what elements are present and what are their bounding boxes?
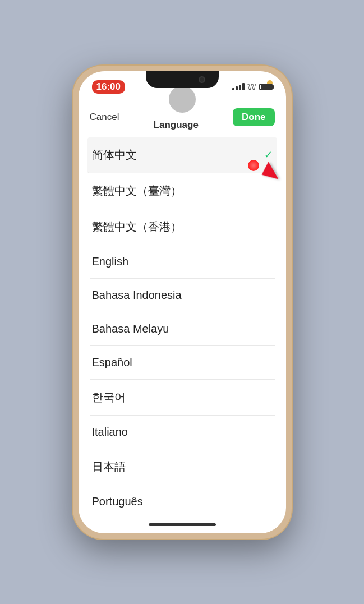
camera bbox=[199, 76, 205, 83]
wifi-icon: 𝕎 bbox=[247, 82, 256, 91]
language-label: Português bbox=[92, 495, 143, 508]
home-bar bbox=[149, 523, 216, 526]
list-item[interactable]: Español bbox=[90, 346, 275, 380]
battery-icon bbox=[259, 84, 273, 90]
language-label: Español bbox=[92, 356, 132, 369]
list-item[interactable]: Português bbox=[90, 485, 275, 517]
status-icons: 𝕎 bbox=[232, 82, 273, 91]
signal-icon bbox=[232, 83, 245, 90]
language-label: 繁體中文（香港） bbox=[92, 219, 182, 234]
language-label: Bahasa Melayu bbox=[92, 322, 169, 335]
list-item[interactable]: 繁體中文（香港） bbox=[90, 209, 275, 245]
language-label: Italiano bbox=[92, 426, 128, 439]
page-title: Language bbox=[154, 119, 199, 131]
done-button[interactable]: Done bbox=[233, 108, 275, 126]
status-time: 16:00 bbox=[92, 80, 125, 94]
language-list: 简体中文✓繁體中文（臺灣）繁體中文（香港）EnglishBahasa Indon… bbox=[79, 137, 286, 517]
cancel-button[interactable]: Cancel bbox=[90, 112, 119, 123]
language-label: 한국어 bbox=[92, 390, 126, 405]
language-label: 日本語 bbox=[92, 459, 126, 474]
list-item[interactable]: Bahasa Indonesia bbox=[90, 279, 275, 312]
notch bbox=[146, 71, 219, 88]
home-indicator bbox=[79, 517, 286, 533]
avatar bbox=[169, 86, 196, 113]
language-label: 繁體中文（臺灣） bbox=[92, 183, 182, 199]
phone-screen: 16:00 𝕎 Cancel Language bbox=[79, 71, 286, 533]
list-item[interactable]: English bbox=[90, 245, 275, 279]
language-label: Bahasa Indonesia bbox=[92, 289, 182, 302]
phone-frame: 16:00 𝕎 Cancel Language bbox=[73, 66, 292, 539]
language-label: 简体中文 bbox=[92, 147, 137, 163]
list-item[interactable]: Italiano bbox=[90, 416, 275, 449]
list-item[interactable]: Bahasa Melayu bbox=[90, 312, 275, 346]
check-icon: ✓ bbox=[264, 149, 273, 161]
list-item[interactable]: 한국어 bbox=[90, 380, 275, 416]
navigation-bar: Cancel Language Done bbox=[79, 99, 286, 137]
list-item[interactable]: 繁體中文（臺灣） bbox=[90, 173, 275, 209]
list-item[interactable]: 简体中文✓ bbox=[87, 137, 277, 173]
language-label: English bbox=[92, 255, 129, 268]
list-item[interactable]: 日本語 bbox=[90, 449, 275, 485]
